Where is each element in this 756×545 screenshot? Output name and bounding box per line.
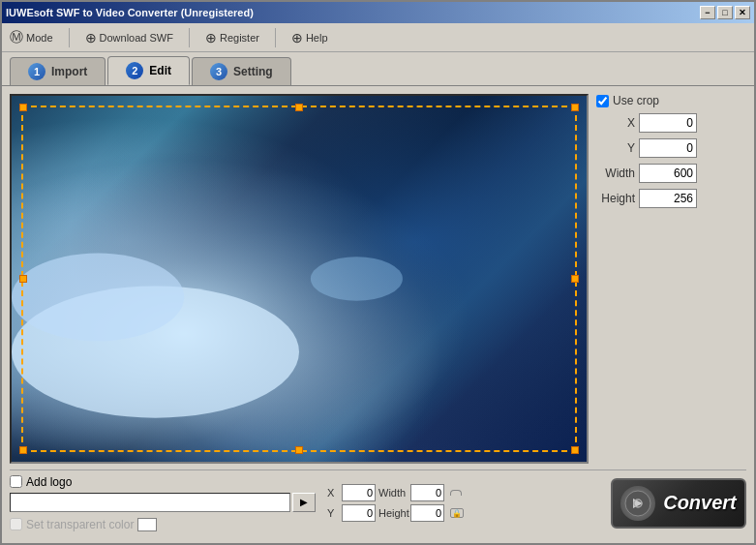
logo-y-label: Y xyxy=(327,507,339,519)
logo-file-input[interactable] xyxy=(10,493,290,512)
tab-import-number: 1 xyxy=(28,63,45,80)
close-button[interactable]: ✕ xyxy=(735,6,750,19)
lock-area xyxy=(450,490,462,496)
logo-x-label: X xyxy=(327,487,339,499)
browse-button[interactable]: ▶ xyxy=(292,493,316,512)
content-area: Use crop X Y Width Height xyxy=(2,85,754,543)
svg-point-5 xyxy=(311,257,403,300)
logo-y-input[interactable] xyxy=(342,504,376,522)
logo-coords-panel: X Width Y Height 🔒 xyxy=(327,484,464,522)
main-window: IUWEsoft SWF to Video Converter (Unregis… xyxy=(0,0,756,545)
add-logo-checkbox[interactable] xyxy=(10,475,22,488)
tabs-area: 1 Import 2 Edit 3 Setting xyxy=(2,52,754,85)
svg-point-3 xyxy=(12,254,184,342)
transparent-color-box[interactable] xyxy=(137,518,157,531)
use-crop-checkbox[interactable] xyxy=(596,95,609,107)
tab-edit[interactable]: 2 Edit xyxy=(107,56,190,85)
register-label: Register xyxy=(220,32,259,44)
add-logo-label: Add logo xyxy=(26,475,72,489)
download-icon: ⊕ xyxy=(85,30,97,45)
browse-icon: ▶ xyxy=(300,497,308,507)
crop-x-input[interactable] xyxy=(639,113,697,133)
convert-icon xyxy=(620,486,655,521)
video-panel xyxy=(10,94,589,464)
use-crop-label: Use crop xyxy=(613,94,659,107)
tab-import-label: Import xyxy=(51,65,87,78)
crop-y-label: Y xyxy=(596,141,635,155)
download-swf-button[interactable]: ⊕ Download SWF xyxy=(85,30,173,45)
tab-setting-number: 3 xyxy=(210,63,227,80)
lock-body-icon: 🔒 xyxy=(450,508,464,518)
transparent-color-checkbox[interactable] xyxy=(10,518,22,530)
logo-height-input[interactable] xyxy=(410,504,444,522)
maximize-button[interactable]: □ xyxy=(717,6,733,19)
logo-file-row: ▶ xyxy=(10,493,316,512)
lock-bottom-area: 🔒 xyxy=(450,508,464,518)
logo-x-row: X Width xyxy=(327,484,464,501)
crop-height-input[interactable] xyxy=(639,189,697,208)
crop-width-row: Width xyxy=(596,164,746,183)
logo-section: Add logo ▶ Set transparent color xyxy=(10,475,316,531)
title-bar-buttons: − □ ✕ xyxy=(700,6,750,19)
video-svg-overlay xyxy=(12,96,587,462)
crop-panel: Use crop X Y Width Height xyxy=(596,94,746,464)
crop-x-row: X xyxy=(596,113,746,133)
transparent-row: Set transparent color xyxy=(10,518,316,531)
toolbar-separator-2 xyxy=(189,28,190,47)
main-row: Use crop X Y Width Height xyxy=(10,94,746,464)
logo-width-input[interactable] xyxy=(410,484,444,501)
transparent-label: Set transparent color xyxy=(26,518,134,531)
tab-import[interactable]: 1 Import xyxy=(10,57,106,85)
toolbar-separator-3 xyxy=(275,28,276,47)
toolbar: Ⓜ Mode ⊕ Download SWF ⊕ Register ⊕ Help xyxy=(2,23,754,52)
title-bar: IUWEsoft SWF to Video Converter (Unregis… xyxy=(2,2,754,23)
help-icon: ⊕ xyxy=(291,30,303,45)
crop-height-row: Height xyxy=(596,189,746,208)
crop-width-input[interactable] xyxy=(639,164,697,183)
logo-checkbox-row: Add logo xyxy=(10,475,316,489)
crop-width-label: Width xyxy=(596,167,635,180)
mode-button[interactable]: Ⓜ Mode xyxy=(10,29,53,46)
convert-label: Convert xyxy=(663,492,737,514)
convert-svg xyxy=(623,489,652,518)
logo-y-row: Y Height 🔒 xyxy=(327,504,464,522)
logo-x-input[interactable] xyxy=(342,484,376,501)
crop-x-label: X xyxy=(596,116,635,130)
toolbar-separator-1 xyxy=(69,28,70,47)
logo-height-label: Height xyxy=(378,507,408,519)
video-content xyxy=(12,96,587,462)
crop-height-label: Height xyxy=(596,192,635,205)
tab-setting[interactable]: 3 Setting xyxy=(192,57,291,85)
convert-button[interactable]: Convert xyxy=(611,478,746,529)
lock-top-icon xyxy=(450,490,462,496)
download-label: Download SWF xyxy=(100,32,173,44)
register-button[interactable]: ⊕ Register xyxy=(205,30,259,45)
minimize-button[interactable]: − xyxy=(700,6,715,19)
mode-icon: Ⓜ xyxy=(10,29,23,46)
logo-width-label: Width xyxy=(378,487,408,499)
bottom-bar: Add logo ▶ Set transparent color X xyxy=(10,469,746,535)
tab-edit-number: 2 xyxy=(126,62,143,79)
crop-y-input[interactable] xyxy=(639,138,697,158)
help-button[interactable]: ⊕ Help xyxy=(291,30,328,45)
window-title: IUWEsoft SWF to Video Converter (Unregis… xyxy=(6,7,254,18)
register-icon: ⊕ xyxy=(205,30,217,45)
mode-label: Mode xyxy=(26,32,53,44)
help-label: Help xyxy=(306,32,328,44)
tab-setting-label: Setting xyxy=(233,65,273,78)
crop-y-row: Y xyxy=(596,138,746,158)
use-crop-row: Use crop xyxy=(596,94,746,107)
tab-edit-label: Edit xyxy=(149,64,171,77)
